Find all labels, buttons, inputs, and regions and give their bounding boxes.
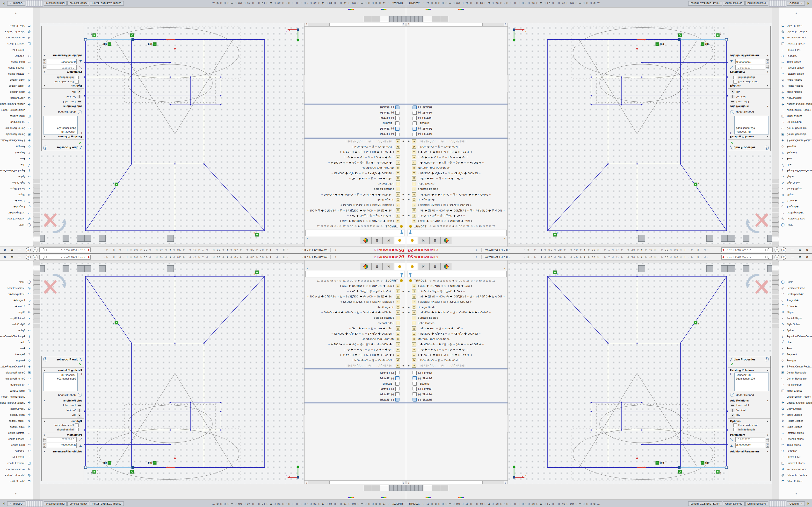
toolbar-icon[interactable]: [556, 265, 562, 272]
search-dropdown-icon[interactable]: ▾: [770, 256, 772, 258]
graphics-area[interactable]: 3 3 = 109: [40, 23, 304, 246]
tree-item[interactable]: ▶ ▢ Design Binder: [406, 197, 507, 203]
toolbar-icon[interactable]: [145, 265, 152, 272]
expand-icon[interactable]: ▼: [767, 54, 769, 57]
tree-root[interactable]: ⬢ TЯPDL2. ◎ ƷƐ ◎ Ϣ ◎ ◎ ◎ ✚ ◎ ƆƆ ◎ ƷƐ ◎ •…: [305, 278, 406, 283]
palette-item[interactable]: # Segment: [780, 351, 812, 357]
toolbar-icon[interactable]: [264, 265, 271, 272]
display-toolbar-icon[interactable]: [458, 8, 464, 15]
tree-item[interactable]: ▶ ◷ ○ ⋏▪⊙ ✚ ƨƧ◦ʓ ○ ◎ ○ ʓ◦ƨƧ ✚ ⊙▪⋏ ○: [406, 288, 507, 294]
sketch-item[interactable]: (-) Sketch6: [305, 397, 406, 402]
palette-item[interactable]: ⌒ 3 Point Arc: [0, 303, 32, 309]
display-toolbar-icon[interactable]: [433, 492, 440, 499]
display-toolbar-icon[interactable]: [491, 8, 497, 15]
collapse-icon[interactable]: ▲: [767, 399, 769, 402]
palette-item[interactable]: ⊢ Extend Entities: [0, 436, 32, 442]
command-tab[interactable]: [772, 285, 779, 289]
display-toolbar-icon[interactable]: [466, 492, 472, 499]
status-tag-icon[interactable]: ⚑: [806, 2, 811, 5]
toolbar-icon[interactable]: [113, 265, 116, 272]
palette-item[interactable]: # Segment: [0, 150, 32, 156]
toolbar-icon[interactable]: [221, 265, 227, 272]
sketch-item[interactable]: (-) Sketch5: [406, 115, 507, 121]
toolbar-icon[interactable]: [189, 235, 191, 242]
palette-item[interactable]: ⌒ 3 Point Arc: [0, 198, 32, 204]
tree-item[interactable]: ▶ ▥ ○ ƨƧ ✚ ƷƐƨƧ ○ ИΟ⊙ ◎ ✚ ƆƐՈƷƐƨƧ ○ ◎ ○ …: [406, 208, 507, 213]
palette-item[interactable]: ◯ Circle: [0, 279, 32, 285]
toolbar-icon[interactable]: [235, 265, 242, 272]
sketch-item[interactable]: (-) Sketch2: [305, 376, 406, 381]
command-tab[interactable]: [33, 304, 40, 309]
toolbar-icon[interactable]: [541, 265, 548, 272]
toolbar-icon[interactable]: [48, 265, 55, 272]
tree-splitter[interactable]: [406, 137, 507, 138]
menu-item[interactable]: [355, 256, 360, 258]
selected-line[interactable]: [678, 466, 728, 469]
palette-item[interactable]: ⊢ Extend Entities: [780, 436, 812, 442]
toolbar-icon[interactable]: [250, 265, 256, 272]
tab-displaymanager[interactable]: [360, 237, 371, 244]
display-toolbar-icon[interactable]: [331, 8, 338, 15]
menu-item[interactable]: [361, 249, 366, 251]
palette-item[interactable]: ◎ Perimeter Circle: [0, 285, 32, 291]
tree-item[interactable]: ▶ ▱ ○ ✚ ИΟ⊙▪ ✛ ○ ✱ ⊙▯ ○ ◎ ○ ▯⊙ ✱ ○ ✛ ▪⊙Ο…: [406, 160, 507, 165]
palette-item[interactable]: ✛ Move Entities: [780, 412, 812, 418]
palette-item[interactable]: ▪ Point: [780, 345, 812, 351]
tree-item[interactable]: ▶ ▢ Design Binder: [305, 197, 406, 203]
option-row[interactable]: For construction: [43, 424, 79, 427]
toolbar-icon[interactable]: [577, 235, 584, 242]
palette-item[interactable]: ∷ Linear Sketch Pattern: [0, 394, 32, 400]
toolbar-icon[interactable]: [77, 265, 84, 272]
collapse-icon[interactable]: ▲: [43, 399, 45, 402]
toolbar-icon[interactable]: [653, 235, 660, 242]
palette-item[interactable]: ⊗ Intersection Curve: [780, 35, 812, 41]
palette-item[interactable]: ◫ Mirror Entities: [0, 113, 32, 119]
section-additional-parameters[interactable]: Additional Parameters▼: [43, 54, 82, 57]
palette-item[interactable]: ↔ Stretch Entities: [780, 71, 812, 77]
toolbar-icon[interactable]: [84, 235, 91, 242]
add-relation-row[interactable]: ❘ Vertical: [43, 95, 82, 99]
palette-item[interactable]: ✛ Move Entities: [0, 412, 32, 418]
command-tab[interactable]: [33, 261, 40, 265]
command-tab[interactable]: [33, 218, 40, 222]
panel-help-icon[interactable]: ?: [43, 357, 47, 361]
tree-item[interactable]: ▶ ◗ Surface Bodies: [305, 315, 406, 320]
sketch-item[interactable]: (-) Sketch2: [406, 126, 507, 131]
section-add-relations[interactable]: Add Relations▲: [730, 105, 769, 108]
toolbar-icon[interactable]: [45, 235, 48, 242]
length-spinner[interactable]: ▲▼: [766, 438, 769, 442]
toolbar-icon[interactable]: [721, 235, 728, 242]
palette-item[interactable]: ⊏ Offset Entities: [780, 478, 812, 484]
account-icon[interactable]: ⚇: [774, 255, 779, 260]
tab-nav-button[interactable]: [398, 16, 402, 22]
toolbar-icon[interactable]: [55, 265, 62, 272]
palette-item[interactable]: ◎ Perimeter Circle: [0, 216, 32, 222]
menu-item[interactable]: [355, 249, 360, 251]
menu-item[interactable]: [340, 249, 344, 251]
command-tab[interactable]: [33, 237, 40, 241]
tree-item[interactable]: ▶ ◔ ○ ƨƧ⊙ƨƧ ИƷƐƨƧ ○ ◎ ○ ƨƧƷƐИ ƨƧ⊙ƨƧ ○: [406, 299, 507, 304]
toolbar-icon[interactable]: [599, 265, 606, 272]
tab-featuremanager[interactable]: ⬢: [394, 237, 405, 244]
display-toolbar-icon[interactable]: [364, 8, 370, 15]
palette-item[interactable]: ✂ Trim Entities: [0, 442, 32, 448]
manager-tabs-overflow[interactable]: ›: [502, 267, 507, 270]
graphics-area[interactable]: 3 3 = 109: [508, 23, 772, 246]
menu-item[interactable]: [446, 249, 451, 251]
palette-item[interactable]: ∿ Style Spline: [0, 180, 32, 186]
palette-item[interactable]: ◠ Centerpoint Arc: [780, 291, 812, 297]
help-icon[interactable]: ?: [26, 248, 31, 252]
tree-item[interactable]: ▶ ≡ Material <not specified>: [305, 336, 406, 342]
palette-item[interactable]: ▭ Corner Rectangle: [0, 376, 32, 382]
expand-icon[interactable]: ▼: [767, 450, 769, 453]
display-toolbar-icon[interactable]: [442, 492, 448, 499]
palette-item[interactable]: ❖ Circular Sketch Pattern: [780, 101, 812, 107]
doc-tab[interactable]: [372, 485, 380, 491]
tab-configurationmanager[interactable]: ⊕: [371, 263, 383, 270]
search-icon[interactable]: [44, 249, 47, 251]
tree-item[interactable]: ▶ ● ○ ƨƧƷƐИՈɅ∩ · ○ ◎ ○ · ∩ɅՈИƷƐƨƧ ○: [305, 363, 406, 368]
tab-nav-button[interactable]: [406, 16, 410, 22]
menu-item[interactable]: [441, 256, 446, 258]
toolbar-icon[interactable]: [519, 235, 526, 242]
tree-item[interactable]: ▶ ▱ ○ ✚ ʓɔ◦▪ ○ ✱ ⊙▯ ○ ◎ ○ ▯⊙ ✱ ○ ▪◦ɔʓ ✚ …: [305, 352, 406, 357]
